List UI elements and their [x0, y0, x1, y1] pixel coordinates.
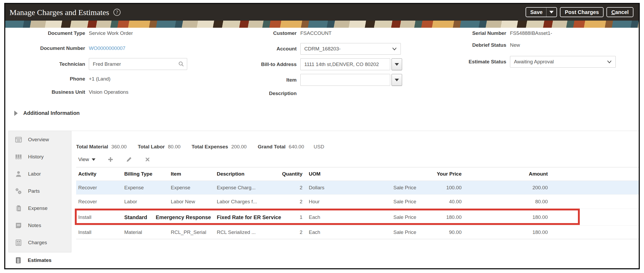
form-column-right: Serial Number FS54888IBAsset1- Debrief S…: [441, 29, 634, 68]
x-icon: [144, 156, 151, 163]
document-type-label: Document Type: [21, 30, 85, 36]
table-row-highlighted[interactable]: Install Standard Emergency Response Fixe…: [76, 209, 639, 225]
cell-amount: 180.00: [507, 229, 548, 235]
estimate-status-select[interactable]: Awaiting Approval: [510, 56, 616, 68]
edit-row-button[interactable]: [126, 156, 132, 163]
triangle-down-icon: [92, 158, 95, 161]
page-title: Manage Charges and Estimates: [10, 8, 109, 17]
cell-price-type: Sale Price: [393, 185, 416, 191]
form-column-left: Document Type Service Work Order Documen…: [21, 29, 196, 96]
pencil-icon: [126, 156, 132, 163]
grand-total-label: Grand Total: [258, 144, 286, 150]
technician-input[interactable]: [89, 58, 187, 70]
estimates-icon: [14, 256, 22, 264]
sidebar-item-notes[interactable]: Notes: [9, 217, 71, 234]
header-actions: Save Post Charges Cancel: [526, 7, 633, 17]
save-dropdown-button[interactable]: [546, 8, 556, 17]
item-input[interactable]: [300, 74, 390, 86]
col-header-your-price: Your Price: [422, 171, 462, 177]
table-row[interactable]: Install Material RCL_PR_Serial RCL Seria…: [76, 225, 639, 239]
sidebar-item-overview[interactable]: Overview: [9, 131, 71, 148]
cancel-button[interactable]: Cancel: [606, 7, 633, 17]
phone-label: Phone: [21, 76, 85, 82]
sidebar-item-charges[interactable]: Charges: [9, 234, 71, 251]
cell-description: Labor Charges f...: [217, 199, 257, 205]
item-dropdown-button[interactable]: [392, 74, 402, 86]
note-icon: [15, 222, 22, 229]
cell-uom: Each: [309, 214, 320, 220]
panel-divider: [71, 131, 639, 131]
cell-your-price: 40.00: [422, 199, 462, 205]
cell-your-price: 180.00: [422, 214, 462, 220]
search-icon[interactable]: [178, 61, 185, 68]
gears-icon: [15, 187, 22, 195]
cell-item: Expense: [171, 185, 213, 191]
chevron-down-icon: [392, 46, 397, 51]
sidebar-item-estimates-selected[interactable]: Estimates: [8, 252, 71, 268]
serial-number-value: FS54888IBAsset1-: [510, 30, 552, 36]
app-window: Manage Charges and Estimates ? Save Post…: [4, 3, 640, 269]
sidebar-item-label: Expense: [28, 205, 48, 211]
document-number-link[interactable]: WO0000000007: [89, 45, 125, 51]
sidebar-item-labor[interactable]: Labor: [9, 165, 71, 182]
table-toolbar: View: [78, 155, 151, 164]
sidebar-item-expense[interactable]: Expense: [9, 200, 71, 217]
debrief-status-value: New: [510, 42, 520, 48]
history-icon: [15, 153, 22, 161]
cell-item: Emergency Response: [129, 214, 211, 220]
cell-activity: Recover: [78, 199, 97, 205]
save-split-button: Save: [526, 7, 557, 17]
additional-information-toggle[interactable]: Additional Information: [14, 110, 80, 116]
bill-to-address-dropdown-button[interactable]: [392, 58, 402, 70]
add-row-button[interactable]: [107, 156, 114, 163]
business-unit-value: Vision Operations: [89, 89, 128, 95]
cell-quantity: 2: [273, 185, 302, 191]
sidebar-item-label: Overview: [28, 137, 49, 143]
cell-item: Labor New: [171, 199, 213, 205]
help-glyph: ?: [116, 10, 118, 15]
sidebar-item-label: Notes: [28, 223, 41, 228]
page-title-row: Manage Charges and Estimates ?: [10, 4, 121, 21]
account-label: Account: [238, 46, 297, 52]
table-row[interactable]: Recover Labor Labor New Labor Charges f.…: [76, 194, 639, 209]
cell-amount: 200.00: [507, 185, 548, 191]
help-icon[interactable]: ?: [113, 9, 121, 16]
view-menu-label: View: [78, 157, 89, 162]
chevron-down-icon: [606, 59, 612, 64]
total-material-value: 360.00: [111, 144, 127, 150]
table-row[interactable]: Recover Expense Expense Expense Charg...…: [76, 181, 639, 194]
total-labor-label: Total Labor: [138, 144, 165, 150]
cell-price-type: Sale Price: [393, 229, 416, 235]
cell-description: RCL Serialized ...: [217, 229, 256, 235]
cell-billing-type: Expense: [124, 185, 144, 191]
currency-code: USD: [314, 144, 324, 150]
cell-uom: Dollars: [309, 185, 324, 191]
bill-to-address-input[interactable]: [300, 58, 390, 70]
disclosure-triangle-icon: [14, 111, 18, 116]
cell-uom: Each: [309, 229, 320, 235]
document-icon: [15, 204, 22, 212]
cell-billing-type: Material: [124, 229, 142, 235]
col-header-billing-type: Billing Type: [124, 171, 152, 177]
total-expenses-label: Total Expenses: [192, 144, 228, 150]
cell-uom: Hour: [309, 199, 320, 205]
sidebar-item-history[interactable]: History: [9, 148, 71, 165]
save-button[interactable]: Save: [526, 9, 546, 15]
estimate-status-selected-value: Awaiting Approval: [514, 59, 554, 65]
cell-billing-type: Labor: [124, 199, 137, 205]
account-select[interactable]: CDRM_168203-: [300, 43, 401, 55]
cell-quantity: 2: [273, 229, 302, 235]
cell-activity: Recover: [78, 185, 97, 191]
total-labor-value: 80.00: [168, 144, 181, 150]
cell-amount: 80.00: [507, 199, 548, 205]
sidebar-tabs: Overview History Labor Parts Expense Not…: [8, 131, 71, 252]
col-header-activity: Activity: [78, 171, 96, 177]
cell-your-price: 100.00: [422, 185, 462, 191]
account-selected-value: CDRM_168203-: [304, 46, 341, 52]
post-charges-button[interactable]: Post Charges: [560, 7, 604, 17]
total-material-label: Total Material: [76, 144, 108, 150]
technician-label: Technician: [21, 61, 85, 67]
sidebar-item-parts[interactable]: Parts: [9, 182, 71, 200]
delete-row-button[interactable]: [144, 156, 151, 163]
view-menu-button[interactable]: View: [78, 157, 95, 162]
